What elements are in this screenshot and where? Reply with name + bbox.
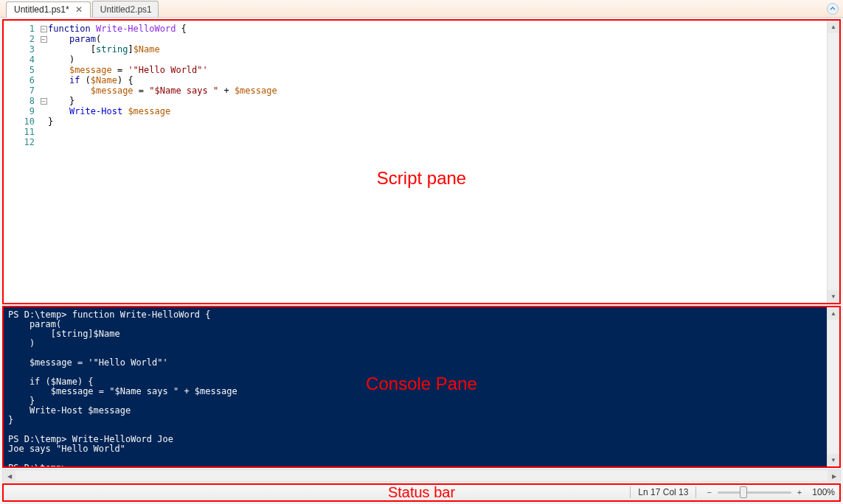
code-line[interactable]: param( bbox=[48, 34, 827, 44]
tab-bar: Untitled1.ps1*✕Untitled2.ps1 bbox=[0, 0, 843, 18]
line-number: 11 bbox=[4, 127, 39, 137]
tab-untitled2ps1[interactable]: Untitled2.ps1 bbox=[92, 1, 159, 17]
scroll-right-arrow-icon[interactable]: ▶ bbox=[828, 470, 840, 483]
code-line[interactable]: function Write-HelloWord { bbox=[48, 24, 827, 34]
scroll-up-arrow-icon[interactable]: ▲ bbox=[828, 307, 839, 320]
code-line[interactable]: } bbox=[48, 116, 827, 127]
fold-marker[interactable]: − bbox=[39, 24, 48, 34]
collapse-script-pane-button[interactable] bbox=[827, 3, 839, 15]
line-number: 1 bbox=[4, 24, 39, 34]
line-number: 6 bbox=[4, 75, 39, 85]
scroll-up-arrow-icon[interactable]: ▲ bbox=[828, 21, 839, 33]
code-line[interactable]: $message = "$Name says " + $message bbox=[48, 85, 827, 96]
zoom-track[interactable] bbox=[718, 491, 791, 494]
tab-untitled1ps1[interactable]: Untitled1.ps1*✕ bbox=[6, 1, 91, 18]
cursor-position: Ln 17 Col 13 bbox=[638, 487, 688, 497]
fold-marker bbox=[39, 44, 48, 55]
code-line[interactable]: [string]$Name bbox=[48, 44, 827, 55]
zoom-level: 100% bbox=[812, 487, 835, 497]
scroll-down-arrow-icon[interactable]: ▼ bbox=[828, 290, 839, 303]
fold-minus-icon[interactable]: − bbox=[41, 36, 47, 43]
code-line[interactable]: Write-Host $message bbox=[48, 106, 827, 116]
code-line[interactable]: ) bbox=[48, 55, 827, 65]
zoom-thumb[interactable] bbox=[740, 486, 747, 498]
line-number-gutter: 123456789101112 bbox=[4, 21, 39, 302]
code-line[interactable]: } bbox=[48, 96, 827, 106]
fold-marker bbox=[39, 65, 48, 75]
console-pane: PS D:\temp> function Write-HelloWord { p… bbox=[2, 306, 841, 468]
close-icon[interactable]: ✕ bbox=[74, 4, 84, 15]
fold-marker[interactable]: − bbox=[39, 96, 48, 106]
line-number: 8 bbox=[4, 96, 39, 106]
fold-marker bbox=[39, 116, 48, 127]
tab-label: Untitled2.ps1 bbox=[100, 4, 152, 15]
line-number: 3 bbox=[4, 44, 39, 55]
fold-marker bbox=[39, 137, 48, 147]
line-number: 5 bbox=[4, 65, 39, 75]
status-bar: Status bar Ln 17 Col 13 − + 100% bbox=[2, 483, 841, 502]
line-number: 7 bbox=[4, 85, 39, 96]
scroll-down-arrow-icon[interactable]: ▼ bbox=[828, 454, 839, 466]
divider bbox=[630, 486, 631, 498]
fold-marker bbox=[39, 85, 48, 96]
line-number: 9 bbox=[4, 106, 39, 116]
fold-marker bbox=[39, 106, 48, 116]
status-bar-annotation: Status bar bbox=[388, 484, 455, 501]
tab-label: Untitled1.ps1* bbox=[14, 4, 69, 15]
code-line[interactable]: $message = '"Hello World"' bbox=[48, 65, 827, 75]
scroll-left-arrow-icon[interactable]: ◀ bbox=[3, 470, 15, 483]
fold-marker bbox=[39, 127, 48, 137]
fold-minus-icon[interactable]: − bbox=[41, 26, 47, 32]
line-number: 10 bbox=[4, 116, 39, 127]
code-editor[interactable]: function Write-HelloWord { param( [strin… bbox=[48, 21, 827, 302]
fold-marker bbox=[39, 75, 48, 85]
line-number: 2 bbox=[4, 34, 39, 44]
fold-marker[interactable]: − bbox=[39, 34, 48, 44]
fold-marker bbox=[39, 55, 48, 65]
code-line[interactable]: if ($Name) { bbox=[48, 75, 827, 85]
fold-column: −−− bbox=[39, 21, 48, 302]
zoom-slider[interactable]: − + bbox=[704, 488, 805, 497]
console-vertical-scrollbar[interactable]: ▲ ▼ bbox=[827, 307, 839, 466]
divider bbox=[695, 486, 696, 498]
line-number: 4 bbox=[4, 55, 39, 65]
line-number: 12 bbox=[4, 137, 39, 147]
zoom-in-button[interactable]: + bbox=[794, 488, 805, 497]
script-pane: 123456789101112 −−− function Write-Hello… bbox=[2, 19, 841, 304]
script-vertical-scrollbar[interactable]: ▲ ▼ bbox=[827, 21, 839, 302]
zoom-out-button[interactable]: − bbox=[704, 488, 714, 497]
console-output[interactable]: PS D:\temp> function Write-HelloWord { p… bbox=[4, 307, 827, 466]
fold-minus-icon[interactable]: − bbox=[41, 98, 47, 105]
console-horizontal-scrollbar[interactable]: ◀ ▶ bbox=[2, 469, 841, 482]
